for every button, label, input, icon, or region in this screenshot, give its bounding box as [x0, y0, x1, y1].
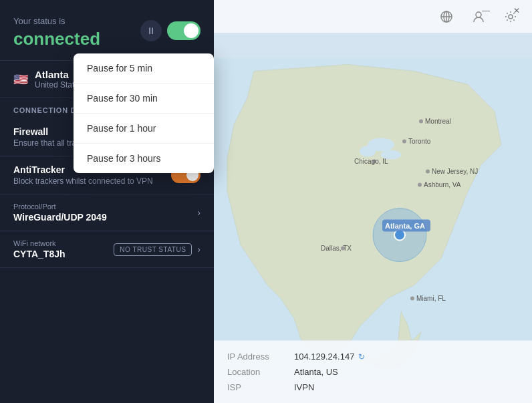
pause-1hour-item[interactable]: Pause for 1 hour [74, 114, 214, 144]
isp-value: IVPN [294, 382, 314, 392]
isp-row: ISP IVPN [227, 380, 519, 395]
globe-icon-button[interactable] [436, 6, 457, 27]
svg-text:Dallas, TX: Dallas, TX [321, 245, 352, 252]
ip-value: 104.129.24.147 [294, 352, 354, 362]
server-flag: 🇺🇸 [13, 72, 28, 87]
ip-label: IP Address [227, 352, 294, 362]
pause-3hours-item[interactable]: Pause for 3 hours [74, 144, 214, 173]
globe-icon [440, 10, 453, 23]
svg-point-12 [402, 140, 406, 144]
svg-text:Ashburn, VA: Ashburn, VA [424, 181, 461, 188]
svg-text:Montreal: Montreal [425, 118, 451, 125]
pause-dropdown: Pause for 5 min Pause for 30 min Pause f… [74, 53, 214, 173]
svg-text:Toronto: Toronto [408, 138, 431, 145]
wifi-row[interactable]: WiFi network CYTA_T8Jh NO TRUST STATUS › [0, 231, 214, 268]
pause-icon: ⏸ [146, 25, 156, 36]
info-panel: IP Address 104.129.24.147 ↻ Location Atl… [214, 340, 532, 403]
svg-text:Chicago, IL: Chicago, IL [354, 158, 388, 165]
pause-button[interactable]: ⏸ [140, 20, 162, 41]
isp-label: ISP [227, 382, 294, 392]
location-value: Atlanta, US [294, 367, 338, 377]
antitracker-desc: Block trackers whilst connected to VPN [13, 176, 153, 186]
protocol-label: Protocol/Port [13, 203, 107, 211]
svg-point-22 [410, 297, 414, 301]
refresh-icon[interactable]: ↻ [358, 352, 365, 362]
left-panel: Your status is connected ⏸ Pause for 5 m… [0, 0, 214, 403]
svg-text:Atlanta, GA: Atlanta, GA [385, 222, 425, 230]
wifi-value: CYTA_T8Jh [13, 249, 65, 259]
protocol-value: WireGuard/UDP 2049 [13, 212, 107, 223]
svg-point-10 [419, 120, 423, 124]
ip-row: IP Address 104.129.24.147 ↻ [227, 349, 519, 364]
protocol-chevron-icon: › [197, 207, 201, 218]
protocol-row[interactable]: Protocol/Port WireGuard/UDP 2049 › [0, 194, 214, 231]
trust-badge: NO TRUST STATUS [114, 243, 192, 256]
pause-toggle-row: ⏸ [140, 20, 201, 41]
window-controls: — ✕ [471, 0, 532, 21]
svg-text:New Jersey, NJ: New Jersey, NJ [432, 168, 478, 175]
top-bar: — ✕ [214, 0, 532, 33]
location-label: Location [227, 367, 294, 377]
right-panel: — ✕ Montreal Toronto Chicago, [214, 0, 532, 403]
svg-point-16 [426, 170, 430, 174]
pause-30min-item[interactable]: Pause for 30 min [74, 84, 214, 114]
svg-point-8 [360, 146, 376, 157]
location-row: Location Atlanta, US [227, 364, 519, 380]
wifi-label: WiFi network [13, 239, 65, 247]
svg-point-18 [418, 183, 422, 187]
connection-toggle[interactable] [167, 21, 201, 40]
pause-5min-item[interactable]: Pause for 5 min [74, 53, 214, 84]
wifi-chevron-icon: › [197, 244, 201, 255]
svg-text:Miami, FL: Miami, FL [416, 295, 446, 302]
minimize-button[interactable]: — [471, 0, 501, 21]
close-button[interactable]: ✕ [501, 0, 532, 21]
